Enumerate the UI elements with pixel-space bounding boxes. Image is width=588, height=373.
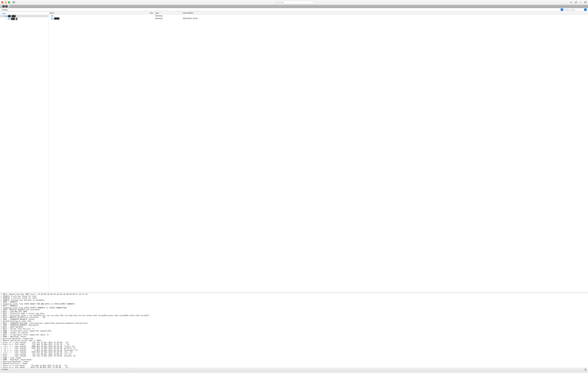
filter-dropdown-button[interactable]: ▾ bbox=[584, 8, 587, 11]
log-text: i RECV: Remote Hostkey (MD5 hash): d3:43… bbox=[1, 293, 587, 368]
tree-item[interactable]: ▸███_█ bbox=[0, 17, 48, 20]
disclosure-triangle-icon[interactable]: ▸ bbox=[6, 18, 8, 20]
folder-icon bbox=[3, 12, 5, 14]
disclosure-triangle-icon[interactable]: ▾ bbox=[1, 13, 3, 14]
filter-input[interactable]: Filter <⌘F> ▾ bbox=[565, 8, 587, 11]
svg-rect-1 bbox=[585, 1, 586, 3]
terminal-button[interactable] bbox=[584, 1, 587, 4]
log-pane[interactable]: i RECV: Remote Hostkey (MD5 hash): d3:43… bbox=[0, 293, 588, 368]
gear-icon bbox=[12, 1, 15, 4]
updown-arrows-icon: ⇅ bbox=[570, 1, 572, 3]
file-type: Directory bbox=[154, 17, 182, 20]
file-list: Name Size Type Date Modified ..Directory… bbox=[49, 12, 588, 292]
refresh-button[interactable] bbox=[575, 1, 577, 4]
lock-icon: 🔒 bbox=[584, 368, 587, 371]
column-headers: Name Size Type Date Modified bbox=[49, 12, 588, 14]
file-name: ████ bbox=[54, 17, 59, 20]
filter-placeholder: Filter <⌘F> bbox=[566, 9, 575, 11]
column-header-name[interactable]: Name bbox=[49, 12, 126, 14]
path-dropdown-button[interactable]: ▾ bbox=[561, 8, 563, 11]
transfer-queue-button[interactable]: ⇅ ▾ bbox=[570, 1, 573, 4]
file-rows[interactable]: ..Directory████Directory2021/12/21 15:39 bbox=[49, 14, 588, 292]
stop-button[interactable]: ⊘ bbox=[579, 1, 582, 4]
bottom-spacer bbox=[0, 371, 588, 373]
folder-icon bbox=[51, 15, 53, 17]
host-placeholder: Enter host bbox=[275, 1, 284, 3]
connection-tab[interactable]: ██ ██ bbox=[0, 5, 10, 8]
chevron-down-icon: ▾ bbox=[572, 1, 573, 3]
settings-menu-button[interactable]: ▾ bbox=[12, 1, 16, 4]
window-controls bbox=[1, 1, 10, 3]
titlebar-right-controls: ⇅ ▾ ⊘ bbox=[570, 1, 587, 4]
minimize-window-button[interactable] bbox=[5, 1, 7, 3]
refresh-icon bbox=[575, 1, 577, 4]
file-type: Directory bbox=[154, 15, 182, 17]
column-header-spare bbox=[210, 12, 588, 14]
folder-icon bbox=[5, 15, 8, 17]
tree-item-label: / bbox=[6, 12, 6, 14]
tree-item[interactable]: ▾██_███ bbox=[0, 15, 48, 17]
stop-icon: ⊘ bbox=[580, 1, 582, 4]
main-split: ▾/▾██_███▸███_█ Name Size Type Date Modi… bbox=[0, 12, 588, 292]
folder-icon bbox=[51, 17, 53, 20]
tree-item-label: ███_█ bbox=[11, 18, 17, 20]
path-bar: /home ▾ Filter <⌘F> ▾ bbox=[0, 8, 588, 12]
tab-bar: ██ ██ bbox=[0, 5, 588, 8]
tree-item-label: ██_███ bbox=[8, 15, 16, 17]
file-name: .. bbox=[54, 15, 55, 17]
close-window-button[interactable] bbox=[1, 1, 3, 3]
folder-tree[interactable]: ▾/▾██_███▸███_█ bbox=[0, 12, 49, 292]
app-window: ▾ Enter host ⇅ ▾ ⊘ bbox=[0, 0, 588, 373]
path-input[interactable]: /home ▾ bbox=[1, 8, 563, 11]
path-value: /home bbox=[2, 9, 8, 11]
titlebar: ▾ Enter host ⇅ ▾ ⊘ bbox=[0, 0, 588, 5]
svg-point-0 bbox=[13, 2, 14, 2]
column-header-date[interactable]: Date Modified bbox=[182, 12, 210, 14]
file-date: 2021/12/21 15:39 bbox=[182, 17, 210, 20]
chevron-down-icon: ▾ bbox=[15, 1, 16, 3]
tab-label: ██ ██ bbox=[2, 5, 8, 7]
folder-icon bbox=[8, 18, 10, 20]
column-header-type[interactable]: Type bbox=[154, 12, 182, 14]
tree-item[interactable]: ▾/ bbox=[0, 12, 48, 15]
status-text: 1 entries bbox=[1, 368, 8, 370]
host-input[interactable]: Enter host bbox=[274, 1, 314, 4]
column-header-size[interactable]: Size bbox=[126, 12, 154, 14]
status-bar: 1 entries 🔒 bbox=[0, 368, 588, 371]
disclosure-triangle-icon[interactable]: ▾ bbox=[3, 15, 5, 17]
file-row[interactable]: ..Directory bbox=[49, 14, 588, 17]
terminal-icon bbox=[584, 1, 587, 4]
file-row[interactable]: ████Directory2021/12/21 15:39 bbox=[49, 17, 588, 20]
zoom-window-button[interactable] bbox=[8, 1, 10, 3]
